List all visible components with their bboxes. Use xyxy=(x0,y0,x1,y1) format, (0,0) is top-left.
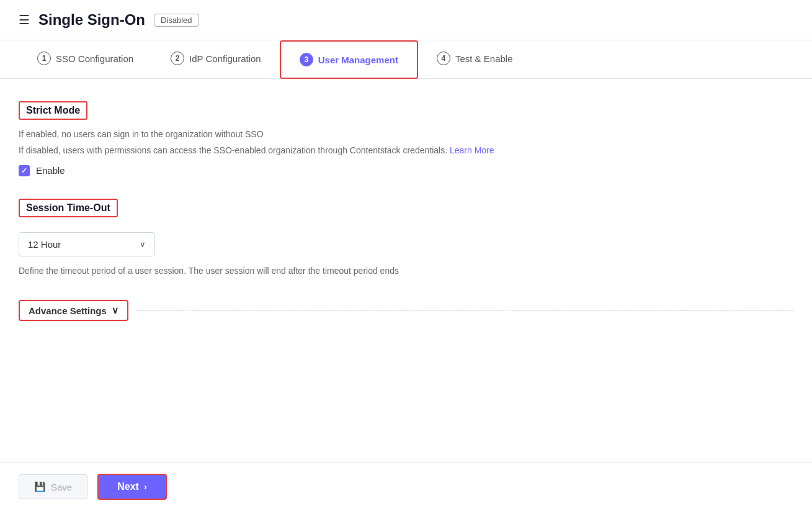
tab-number-2: 2 xyxy=(171,52,184,65)
tab-number-1: 1 xyxy=(37,52,51,65)
tab-label-user-management: User Management xyxy=(318,55,398,65)
tabs-container: 1 SSO Configuration 2 IdP Configuration … xyxy=(0,40,812,79)
strict-mode-title: Strict Mode xyxy=(19,101,87,120)
header: ☰ Single Sign-On Disabled xyxy=(0,0,812,40)
tab-sso-configuration[interactable]: 1 SSO Configuration xyxy=(19,40,152,78)
save-button-label: Save xyxy=(51,482,72,492)
session-timeout-dropdown-container: 12 Hour ∨ xyxy=(19,232,793,256)
tab-test-enable[interactable]: 4 Test & Enable xyxy=(418,40,532,78)
checkmark-icon: ✓ xyxy=(21,166,27,175)
next-button[interactable]: Next › xyxy=(97,474,166,500)
save-button[interactable]: 💾 Save xyxy=(19,474,87,499)
chevron-down-icon: ∨ xyxy=(140,240,146,249)
advance-settings-row: Advance Settings ∨ xyxy=(19,300,793,321)
tab-number-3: 3 xyxy=(300,53,313,66)
session-timeout-value: 12 Hour xyxy=(28,239,61,250)
tab-user-management[interactable]: 3 User Management xyxy=(280,40,418,79)
advance-settings-chevron-icon: ∨ xyxy=(112,305,118,316)
footer: 💾 Save Next › xyxy=(0,462,812,511)
advance-settings-label-text: Advance Settings xyxy=(29,305,107,316)
page-title: Single Sign-On xyxy=(38,11,145,29)
main-content: Strict Mode If enabled, no users can sig… xyxy=(0,79,812,462)
next-button-label: Next xyxy=(117,481,139,492)
tab-label-sso: SSO Configuration xyxy=(56,53,133,64)
session-timeout-title: Session Time-Out xyxy=(19,199,118,217)
tab-label-test-enable: Test & Enable xyxy=(455,53,513,64)
arrow-right-icon: › xyxy=(144,482,147,492)
enable-checkbox-label: Enable xyxy=(36,165,65,176)
strict-mode-section: Strict Mode If enabled, no users can sig… xyxy=(19,101,793,176)
strict-mode-desc1: If enabled, no users can sign in to the … xyxy=(19,127,793,141)
tab-number-4: 4 xyxy=(437,52,450,65)
tab-label-idp: IdP Configuration xyxy=(189,53,261,64)
advance-settings-divider xyxy=(136,310,793,311)
session-timeout-section: Session Time-Out 12 Hour ∨ Define the ti… xyxy=(19,199,793,278)
floppy-icon: 💾 xyxy=(34,481,46,492)
hamburger-icon[interactable]: ☰ xyxy=(19,12,30,27)
status-badge: Disabled xyxy=(154,14,199,27)
enable-checkbox[interactable]: ✓ xyxy=(19,165,30,176)
strict-mode-desc2: If disabled, users with permissions can … xyxy=(19,143,793,157)
session-timeout-desc: Define the timeout period of a user sess… xyxy=(19,264,793,278)
advance-settings-toggle[interactable]: Advance Settings ∨ xyxy=(19,300,128,321)
learn-more-link[interactable]: Learn More xyxy=(450,145,494,155)
enable-checkbox-row: ✓ Enable xyxy=(19,165,793,176)
tab-idp-configuration[interactable]: 2 IdP Configuration xyxy=(152,40,280,78)
session-timeout-dropdown[interactable]: 12 Hour ∨ xyxy=(19,232,155,256)
